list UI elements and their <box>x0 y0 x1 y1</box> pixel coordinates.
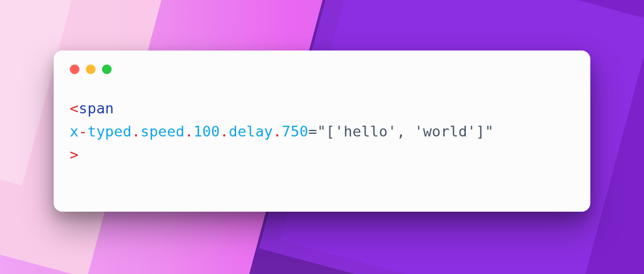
code-line-1: <span <box>70 97 574 120</box>
window-traffic-lights <box>70 64 574 74</box>
code-window: <span x-typed.speed.100.delay.750="['hel… <box>54 51 590 212</box>
close-icon <box>70 64 79 74</box>
close-angle-bracket: > <box>70 146 78 163</box>
attr-part: speed <box>141 123 185 140</box>
attr-part: typed <box>87 123 131 140</box>
attr-part: 750 <box>282 123 308 140</box>
maximize-icon <box>102 64 112 74</box>
minimize-icon <box>86 64 96 74</box>
code-line-3: > <box>70 143 574 166</box>
dot-separator: . <box>185 123 193 140</box>
tag-name: span <box>78 100 114 117</box>
dot-separator: . <box>220 123 229 140</box>
dash-separator: - <box>78 123 87 140</box>
attr-part: delay <box>229 123 273 140</box>
code-snippet: <span x-typed.speed.100.delay.750="['hel… <box>70 97 574 167</box>
dot-separator: . <box>273 123 282 140</box>
attr-part: 100 <box>193 123 219 140</box>
equals-sign: = <box>308 123 317 140</box>
attr-part: x <box>70 123 78 140</box>
dot-separator: . <box>131 123 140 140</box>
attr-value: "['hello', 'world']" <box>317 123 494 140</box>
open-angle-bracket: < <box>70 100 78 117</box>
code-line-2: x-typed.speed.100.delay.750="['hello', '… <box>70 120 574 143</box>
